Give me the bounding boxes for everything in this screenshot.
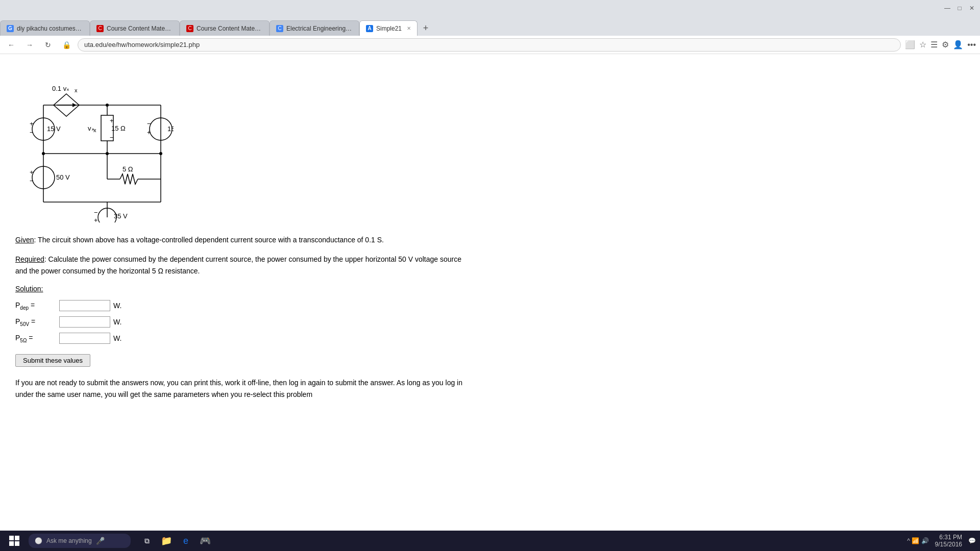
- svg-text:x: x: [75, 87, 78, 93]
- svg-text:+: +: [94, 216, 98, 222]
- svg-text:−: −: [30, 177, 34, 185]
- file-explorer-icon[interactable]: 📁: [158, 533, 175, 534]
- required-text: : Calculate the power consumed by the de…: [15, 255, 461, 274]
- label-15v-right: 15 V: [167, 125, 174, 133]
- circuit-svg: 0.1 vₓ x + − 15 V + − vₓ x 15 Ω: [15, 64, 174, 222]
- steam-icon[interactable]: 🎮: [197, 533, 213, 534]
- svg-marker-8: [72, 103, 77, 107]
- edge-icon[interactable]: e: [178, 533, 194, 534]
- svg-text:−: −: [110, 134, 114, 141]
- minimize-button[interactable]: —: [943, 4, 951, 12]
- reload-button[interactable]: ↻: [41, 38, 55, 52]
- svg-text:−: −: [94, 209, 98, 216]
- p50v-unit: W.: [113, 318, 121, 326]
- p5ohm-input[interactable]: [59, 333, 110, 344]
- tab-close-icon[interactable]: ✕: [407, 26, 411, 31]
- tab-ccm2[interactable]: C Course Content Materials –: [180, 20, 270, 36]
- note-text: If you are not ready to submit the answe…: [15, 377, 475, 400]
- label-15v-left: 15 V: [47, 125, 61, 133]
- address-bar-right: ⬜ ☆ ☰ ⚙ 👤 •••: [905, 40, 976, 49]
- svg-text:−: −: [30, 129, 34, 136]
- svg-text:+: +: [30, 168, 34, 176]
- given-label: Given: [15, 236, 34, 244]
- svg-text:x: x: [93, 127, 96, 133]
- tab-ee-label: Electrical Engineering quest: [286, 25, 353, 32]
- start-button[interactable]: [4, 531, 24, 534]
- back-button[interactable]: ←: [4, 38, 18, 52]
- title-bar-controls[interactable]: — □ ✕: [943, 4, 976, 12]
- tab-simple21[interactable]: A Simple21 ✕: [359, 20, 418, 36]
- solution-section: Solution: Pdep = W. P50V = W. P5Ω = W. S…: [15, 285, 965, 367]
- pdep-input[interactable]: [59, 300, 110, 311]
- tab-simple21-label: Simple21: [376, 25, 402, 32]
- new-tab-button[interactable]: +: [418, 20, 434, 36]
- profile-icon[interactable]: 👤: [953, 40, 963, 49]
- given-section: Given: The circuit shown above has a vol…: [15, 234, 475, 245]
- forward-button[interactable]: →: [22, 38, 37, 52]
- required-section: Required: Calculate the power consumed b…: [15, 254, 475, 277]
- p50v-row: P50V = W.: [15, 316, 965, 328]
- address-bar: ← → ↻ 🔒 ⬜ ☆ ☰ ⚙ 👤 •••: [0, 36, 980, 54]
- p50v-label: P50V =: [15, 317, 56, 327]
- tab-google-label: diy pikachu costumes - Goc: [17, 25, 83, 32]
- menu-icon[interactable]: ☰: [930, 40, 938, 49]
- submit-button[interactable]: Submit these values: [15, 354, 90, 367]
- solution-title: Solution:: [15, 285, 965, 293]
- required-label: Required: [15, 255, 44, 263]
- tab-ccm2-label: Course Content Materials –: [197, 25, 263, 32]
- svg-point-37: [106, 104, 109, 107]
- tab-bar: G diy pikachu costumes - Goc C Course Co…: [0, 16, 980, 36]
- close-button[interactable]: ✕: [968, 4, 976, 12]
- svg-text:+: +: [30, 120, 34, 128]
- lock-icon: 🔒: [59, 38, 74, 52]
- maximize-button[interactable]: □: [955, 4, 964, 12]
- title-bar: — □ ✕: [0, 0, 980, 16]
- svg-point-36: [159, 152, 162, 155]
- circuit-diagram: 0.1 vₓ x + − 15 V + − vₓ x 15 Ω: [15, 64, 965, 224]
- settings-icon[interactable]: ⚙: [942, 40, 949, 49]
- svg-point-34: [42, 152, 45, 155]
- svg-text:+: +: [110, 117, 114, 124]
- taskbar-icons: ⧉ 📁 e 🎮: [139, 533, 213, 534]
- svg-text:+: +: [147, 129, 151, 136]
- tab-google[interactable]: G diy pikachu costumes - Goc: [0, 20, 90, 36]
- p5ohm-row: P5Ω = W.: [15, 333, 965, 344]
- tab-ee[interactable]: C Electrical Engineering quest: [270, 20, 359, 36]
- label-01vx: 0.1 vₓ: [52, 85, 69, 92]
- p5ohm-unit: W.: [113, 334, 121, 342]
- label-50v: 50 V: [56, 173, 70, 181]
- svg-text:−: −: [147, 120, 151, 128]
- pdep-label: Pdep =: [15, 301, 56, 311]
- pdep-row: Pdep = W.: [15, 300, 965, 311]
- reading-mode-icon[interactable]: ⬜: [905, 40, 915, 49]
- label-35v: 35 V: [114, 212, 128, 220]
- tab-ccm1[interactable]: C Course Content Materials –: [90, 20, 180, 36]
- task-view-button[interactable]: ⧉: [139, 533, 155, 534]
- favorites-icon[interactable]: ☆: [919, 40, 926, 49]
- label-15ohm: 15 Ω: [111, 124, 126, 132]
- p5ohm-label: P5Ω =: [15, 334, 56, 343]
- taskbar: ⚪ Ask me anything 🎤 ⧉ 📁 e 🎮 ^ 📶 🔊 6:31 P…: [0, 531, 980, 534]
- label-5ohm: 5 Ω: [122, 165, 133, 173]
- page-content: 0.1 vₓ x + − 15 V + − vₓ x 15 Ω: [0, 54, 980, 534]
- p50v-input[interactable]: [59, 316, 110, 328]
- pdep-unit: W.: [113, 302, 121, 310]
- tab-ccm1-label: Course Content Materials –: [107, 25, 173, 32]
- given-text: : The circuit shown above has a voltage-…: [34, 236, 384, 244]
- more-icon[interactable]: •••: [967, 40, 976, 49]
- url-input[interactable]: [78, 38, 901, 52]
- svg-point-35: [106, 152, 109, 155]
